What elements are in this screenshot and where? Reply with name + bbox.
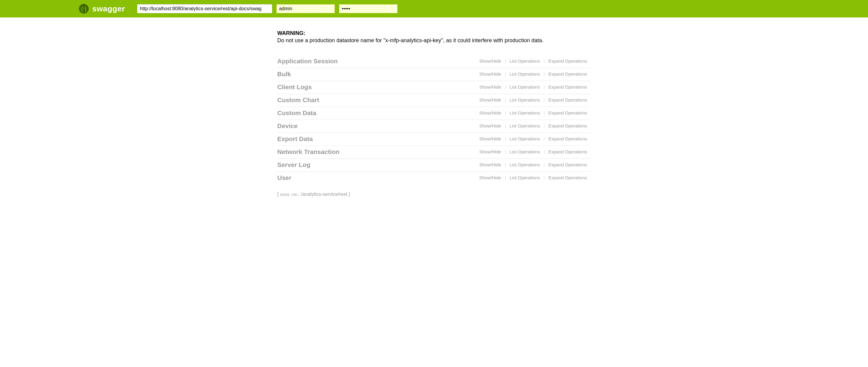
- show-hide-link[interactable]: Show/Hide: [475, 110, 505, 115]
- resource-actions: Show/Hide|List Operations|Expand Operati…: [475, 71, 591, 77]
- list-operations-link[interactable]: List Operations: [506, 58, 544, 64]
- swagger-logo-text: swagger: [92, 4, 125, 13]
- resource-title[interactable]: Bulk: [277, 70, 291, 78]
- show-hide-link[interactable]: Show/Hide: [475, 71, 505, 77]
- expand-operations-link[interactable]: Expand Operations: [545, 149, 591, 154]
- resource-title[interactable]: User: [277, 174, 291, 181]
- list-operations-link[interactable]: List Operations: [506, 123, 544, 128]
- expand-operations-link[interactable]: Expand Operations: [545, 123, 591, 128]
- resource-title[interactable]: Application Session: [277, 58, 338, 65]
- show-hide-link[interactable]: Show/Hide: [475, 84, 505, 90]
- resource-row: Application SessionShow/Hide|List Operat…: [277, 55, 591, 68]
- base-url-label: [ base url: [277, 192, 299, 197]
- resource-title[interactable]: Custom Data: [277, 110, 316, 117]
- warning-label: WARNING:: [277, 30, 305, 36]
- expand-operations-link[interactable]: Expand Operations: [545, 110, 591, 115]
- resource-actions: Show/Hide|List Operations|Expand Operati…: [475, 58, 591, 64]
- resource-actions: Show/Hide|List Operations|Expand Operati…: [475, 123, 591, 128]
- resource-title[interactable]: Export Data: [277, 135, 313, 143]
- warning-text: Do not use a production datastore name f…: [277, 37, 544, 43]
- username-input[interactable]: [276, 4, 335, 13]
- base-url-footer: [ base url: /analytics-service/rest ]: [277, 192, 591, 197]
- resource-row: Custom DataShow/Hide|List Operations|Exp…: [277, 107, 591, 120]
- list-operations-link[interactable]: List Operations: [506, 162, 544, 167]
- show-hide-link[interactable]: Show/Hide: [475, 149, 505, 154]
- swagger-logo: {·} swagger: [79, 4, 125, 13]
- resource-row: Server LogShow/Hide|List Operations|Expa…: [277, 159, 591, 172]
- list-operations-link[interactable]: List Operations: [506, 110, 544, 115]
- swagger-logo-icon: {·}: [79, 4, 89, 13]
- list-operations-link[interactable]: List Operations: [506, 175, 544, 180]
- resource-row: Custom ChartShow/Hide|List Operations|Ex…: [277, 94, 591, 107]
- resource-title[interactable]: Network Transaction: [277, 148, 340, 155]
- main-container: WARNING: Do not use a production datasto…: [277, 18, 591, 206]
- expand-operations-link[interactable]: Expand Operations: [545, 58, 591, 64]
- resource-list: Application SessionShow/Hide|List Operat…: [277, 55, 591, 184]
- resource-title[interactable]: Device: [277, 122, 298, 129]
- list-operations-link[interactable]: List Operations: [506, 84, 544, 90]
- resource-row: DeviceShow/Hide|List Operations|Expand O…: [277, 120, 591, 133]
- show-hide-link[interactable]: Show/Hide: [475, 175, 505, 180]
- resource-actions: Show/Hide|List Operations|Expand Operati…: [475, 84, 591, 90]
- resource-actions: Show/Hide|List Operations|Expand Operati…: [475, 149, 591, 154]
- resource-actions: Show/Hide|List Operations|Expand Operati…: [475, 136, 591, 141]
- list-operations-link[interactable]: List Operations: [506, 97, 544, 102]
- expand-operations-link[interactable]: Expand Operations: [545, 71, 591, 77]
- resource-actions: Show/Hide|List Operations|Expand Operati…: [475, 110, 591, 115]
- show-hide-link[interactable]: Show/Hide: [475, 123, 505, 128]
- show-hide-link[interactable]: Show/Hide: [475, 136, 505, 141]
- show-hide-link[interactable]: Show/Hide: [475, 58, 505, 64]
- expand-operations-link[interactable]: Expand Operations: [545, 136, 591, 141]
- resource-actions: Show/Hide|List Operations|Expand Operati…: [475, 162, 591, 167]
- header-bar: {·} swagger: [0, 0, 868, 18]
- resource-title[interactable]: Custom Chart: [277, 96, 319, 104]
- expand-operations-link[interactable]: Expand Operations: [545, 175, 591, 180]
- resource-title[interactable]: Client Logs: [277, 84, 312, 91]
- list-operations-link[interactable]: List Operations: [506, 149, 544, 154]
- resource-title[interactable]: Server Log: [277, 161, 310, 169]
- resource-row: Client LogsShow/Hide|List Operations|Exp…: [277, 81, 591, 94]
- resource-row: Network TransactionShow/Hide|List Operat…: [277, 146, 591, 159]
- list-operations-link[interactable]: List Operations: [506, 71, 544, 77]
- resource-row: Export DataShow/Hide|List Operations|Exp…: [277, 133, 591, 146]
- show-hide-link[interactable]: Show/Hide: [475, 162, 505, 167]
- list-operations-link[interactable]: List Operations: [506, 136, 544, 141]
- expand-operations-link[interactable]: Expand Operations: [545, 97, 591, 102]
- warning-block: WARNING: Do not use a production datasto…: [277, 30, 591, 44]
- resource-row: UserShow/Hide|List Operations|Expand Ope…: [277, 172, 591, 184]
- show-hide-link[interactable]: Show/Hide: [475, 97, 505, 102]
- resource-actions: Show/Hide|List Operations|Expand Operati…: [475, 97, 591, 102]
- password-input[interactable]: [339, 4, 398, 13]
- expand-operations-link[interactable]: Expand Operations: [545, 162, 591, 167]
- base-url-value: : /analytics-service/rest ]: [299, 192, 350, 197]
- resource-row: BulkShow/Hide|List Operations|Expand Ope…: [277, 68, 591, 81]
- expand-operations-link[interactable]: Expand Operations: [545, 84, 591, 90]
- resource-actions: Show/Hide|List Operations|Expand Operati…: [475, 175, 591, 180]
- api-url-input[interactable]: [137, 4, 272, 13]
